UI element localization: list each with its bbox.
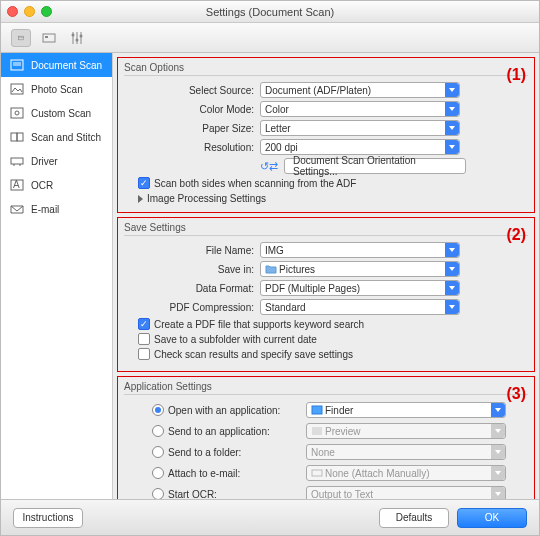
- chevron-down-icon: [445, 300, 459, 314]
- refresh-icon[interactable]: ↺⇄: [260, 159, 278, 173]
- close-icon[interactable]: [7, 6, 18, 17]
- svg-point-9: [80, 34, 83, 37]
- svg-rect-13: [11, 84, 23, 94]
- ocr-icon: A: [9, 178, 25, 192]
- save-in-dropdown[interactable]: Pictures: [260, 261, 460, 277]
- sidebar: Document Scan Photo Scan Custom Scan Sca…: [1, 53, 113, 499]
- sidebar-item-document-scan[interactable]: Document Scan: [1, 53, 112, 77]
- radio-icon: [152, 488, 164, 499]
- finder-icon: [311, 405, 323, 415]
- orientation-settings-button[interactable]: Document Scan Orientation Settings...: [284, 158, 466, 174]
- sidebar-item-scan-stitch[interactable]: Scan and Stitch: [1, 125, 112, 149]
- send-folder-dropdown: None: [306, 444, 506, 460]
- custom-icon: [9, 106, 25, 120]
- select-source-dropdown[interactable]: Document (ADF/Platen): [260, 82, 460, 98]
- send-app-radio[interactable]: Send to an application:: [138, 425, 298, 437]
- defaults-button[interactable]: Defaults: [379, 508, 449, 528]
- svg-rect-25: [312, 470, 322, 476]
- chevron-down-icon: [491, 466, 505, 480]
- checkbox-icon: [138, 333, 150, 345]
- svg-rect-3: [45, 36, 48, 38]
- sidebar-item-label: Custom Scan: [31, 108, 91, 119]
- pdf-compression-label: PDF Compression:: [124, 302, 254, 313]
- email-icon: [9, 202, 25, 216]
- paper-size-dropdown[interactable]: Letter: [260, 120, 460, 136]
- resolution-dropdown[interactable]: 200 dpi: [260, 139, 460, 155]
- content: (1) Scan Options Select Source: Document…: [113, 53, 539, 499]
- pdf-compression-dropdown[interactable]: Standard: [260, 299, 460, 315]
- general-settings-tab[interactable]: [67, 29, 87, 47]
- preview-icon: [311, 426, 323, 436]
- check-results-checkbox[interactable]: Check scan results and specify save sett…: [138, 348, 528, 360]
- file-name-label: File Name:: [124, 245, 254, 256]
- section-title: Application Settings: [124, 381, 528, 395]
- data-format-dropdown[interactable]: PDF (Multiple Pages): [260, 280, 460, 296]
- scan-from-panel-tab[interactable]: [39, 29, 59, 47]
- sidebar-item-label: Scan and Stitch: [31, 132, 101, 143]
- sidebar-item-photo-scan[interactable]: Photo Scan: [1, 77, 112, 101]
- footer: Instructions Defaults OK: [1, 499, 539, 535]
- open-with-radio[interactable]: Open with an application:: [138, 404, 298, 416]
- svg-rect-2: [43, 34, 55, 42]
- section-title: Save Settings: [124, 222, 528, 236]
- image-processing-disclosure[interactable]: Image Processing Settings: [138, 193, 528, 204]
- window-title: Settings (Document Scan): [1, 6, 539, 18]
- file-name-input[interactable]: IMG: [260, 242, 460, 258]
- sidebar-item-label: Driver: [31, 156, 58, 167]
- settings-window: Settings (Document Scan) Document Scan P…: [0, 0, 540, 536]
- section-marker: (3): [506, 385, 526, 403]
- svg-rect-0: [18, 36, 23, 40]
- color-mode-dropdown[interactable]: Color: [260, 101, 460, 117]
- sidebar-item-driver[interactable]: Driver: [1, 149, 112, 173]
- chevron-down-icon: [445, 102, 459, 116]
- chevron-down-icon: [445, 140, 459, 154]
- document-icon: [9, 58, 25, 72]
- chevron-down-icon: [445, 121, 459, 135]
- checkbox-icon: [138, 348, 150, 360]
- svg-point-15: [15, 111, 19, 115]
- application-settings-section: (3) Application Settings Open with an ap…: [117, 376, 535, 499]
- select-source-label: Select Source:: [124, 85, 254, 96]
- attach-email-radio[interactable]: Attach to e-mail:: [138, 467, 298, 479]
- sidebar-item-custom-scan[interactable]: Custom Scan: [1, 101, 112, 125]
- mail-icon: [311, 468, 323, 478]
- toolbar: [1, 23, 539, 53]
- save-in-label: Save in:: [124, 264, 254, 275]
- send-app-dropdown: Preview: [306, 423, 506, 439]
- paper-size-label: Paper Size:: [124, 123, 254, 134]
- svg-point-8: [76, 38, 79, 41]
- zoom-icon[interactable]: [41, 6, 52, 17]
- open-with-dropdown[interactable]: Finder: [306, 402, 506, 418]
- chevron-down-icon: [491, 445, 505, 459]
- keyword-search-checkbox[interactable]: Create a PDF file that supports keyword …: [138, 318, 528, 330]
- svg-rect-24: [312, 427, 322, 435]
- minimize-icon[interactable]: [24, 6, 35, 17]
- subfolder-checkbox[interactable]: Save to a subfolder with current date: [138, 333, 528, 345]
- resolution-label: Resolution:: [124, 142, 254, 153]
- instructions-button[interactable]: Instructions: [13, 508, 83, 528]
- radio-icon: [152, 404, 164, 416]
- svg-rect-17: [17, 133, 23, 141]
- stitch-icon: [9, 130, 25, 144]
- radio-icon: [152, 446, 164, 458]
- start-ocr-radio[interactable]: Start OCR:: [138, 488, 298, 499]
- scan-options-section: (1) Scan Options Select Source: Document…: [117, 57, 535, 213]
- both-sides-checkbox[interactable]: Scan both sides when scanning from the A…: [138, 177, 528, 189]
- window-controls: [7, 6, 52, 17]
- sidebar-item-email[interactable]: E-mail: [1, 197, 112, 221]
- folder-icon: [265, 264, 277, 274]
- chevron-down-icon: [445, 262, 459, 276]
- send-folder-radio[interactable]: Send to a folder:: [138, 446, 298, 458]
- sidebar-item-label: Photo Scan: [31, 84, 83, 95]
- titlebar: Settings (Document Scan): [1, 1, 539, 23]
- checkbox-icon: [138, 318, 150, 330]
- sidebar-item-label: OCR: [31, 180, 53, 191]
- ok-button[interactable]: OK: [457, 508, 527, 528]
- svg-rect-14: [11, 108, 23, 118]
- save-settings-section: (2) Save Settings File Name: IMG Save in…: [117, 217, 535, 372]
- chevron-down-icon: [445, 281, 459, 295]
- scan-from-computer-tab[interactable]: [11, 29, 31, 47]
- chevron-down-icon: [445, 243, 459, 257]
- chevron-down-icon: [491, 487, 505, 499]
- sidebar-item-ocr[interactable]: A OCR: [1, 173, 112, 197]
